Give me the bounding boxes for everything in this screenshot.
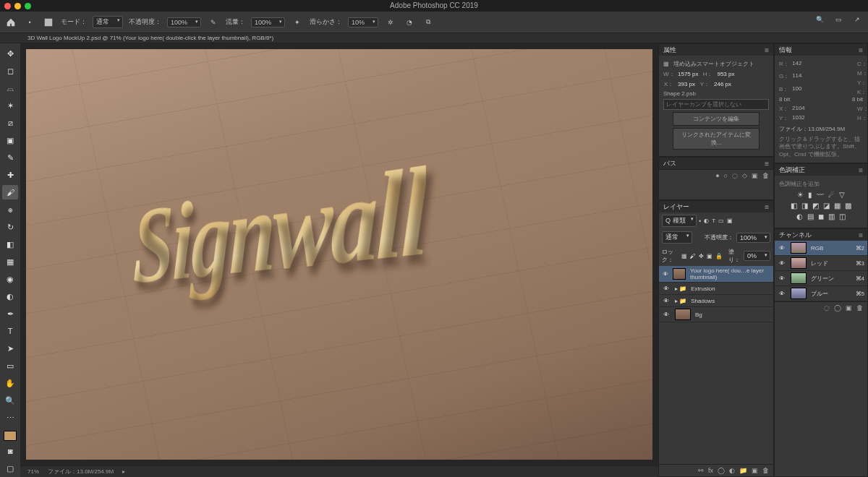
prop-x[interactable]: 393 px: [678, 81, 695, 87]
brush-preset-icon[interactable]: [42, 16, 55, 29]
adjust-title[interactable]: 色調補正: [779, 166, 805, 175]
zoom-readout[interactable]: 71%: [27, 468, 39, 475]
pressure-opacity-icon[interactable]: ✎: [207, 16, 220, 29]
filter-type-icon[interactable]: T: [712, 218, 715, 224]
visibility-icon[interactable]: 👁: [778, 244, 786, 252]
mode-dropdown[interactable]: 通常: [93, 16, 123, 28]
paths-stroke-icon[interactable]: ○: [724, 172, 728, 179]
selective-icon[interactable]: ◫: [839, 212, 846, 220]
gear-icon[interactable]: ✲: [384, 16, 397, 29]
eraser-tool[interactable]: ◧: [2, 237, 18, 252]
threshold-icon[interactable]: ◼: [818, 212, 824, 220]
frame-tool[interactable]: ▣: [2, 133, 18, 147]
filter-smart-icon[interactable]: ▣: [727, 218, 733, 224]
move-tool[interactable]: ✥: [2, 46, 18, 61]
panel-menu-icon[interactable]: ≡: [765, 46, 769, 54]
airbrush-icon[interactable]: ✦: [291, 16, 304, 29]
quick-mask-icon[interactable]: ◙: [2, 444, 18, 458]
properties-title[interactable]: 属性: [663, 46, 676, 55]
search-icon[interactable]: 🔍: [813, 13, 826, 26]
visibility-icon[interactable]: 👁: [778, 289, 786, 298]
lock-pos-icon[interactable]: ✥: [699, 253, 704, 259]
paths-title[interactable]: パス: [663, 159, 676, 168]
channel-row[interactable]: 👁グリーン⌘4: [775, 271, 867, 286]
layer-name[interactable]: Bg: [695, 311, 702, 318]
photo-filter-icon[interactable]: ◪: [823, 202, 830, 210]
channel-sel-icon[interactable]: ◌: [824, 304, 830, 311]
group-icon[interactable]: 📁: [739, 467, 747, 474]
layer-row[interactable]: 👁▸ 📁 Extrusion: [659, 283, 773, 295]
opacity-dropdown[interactable]: 100%: [167, 17, 201, 27]
visibility-icon[interactable]: 👁: [662, 310, 671, 319]
type-tool[interactable]: T: [2, 324, 18, 338]
trash-icon[interactable]: 🗑: [762, 467, 769, 474]
visibility-icon[interactable]: 👁: [778, 274, 786, 283]
document-canvas[interactable]: Signwall: [26, 49, 652, 460]
edit-toolbar[interactable]: ⋯: [2, 411, 18, 425]
zoom-tool[interactable]: 🔍: [2, 393, 18, 408]
curves-icon[interactable]: 〰: [817, 191, 824, 199]
channel-row[interactable]: 👁ブルー⌘5: [775, 286, 867, 301]
brush-thumb-icon[interactable]: •: [23, 16, 36, 29]
smooth-dropdown[interactable]: 10%: [348, 17, 378, 27]
lock-nest-icon[interactable]: ▣: [707, 253, 712, 259]
lasso-tool[interactable]: ⌓: [2, 81, 18, 95]
layer-row[interactable]: 👁▸ 📁 Shadows: [659, 295, 773, 307]
layer-filter-dropdown[interactable]: Q 種類: [662, 215, 697, 227]
channel-mask-icon[interactable]: ◯: [834, 304, 841, 311]
layer-thumb[interactable]: [675, 309, 691, 320]
link-layers-icon[interactable]: ⚯: [698, 467, 704, 474]
pressure-size-icon[interactable]: ◔: [403, 16, 416, 29]
poster-icon[interactable]: ▤: [807, 212, 814, 220]
mask-icon[interactable]: ◯: [718, 467, 725, 474]
shape-tool[interactable]: ▭: [2, 358, 18, 373]
channels-title[interactable]: チャンネル: [779, 231, 812, 240]
dodge-tool[interactable]: ◐: [2, 289, 18, 304]
adjustment-layer-icon[interactable]: ◐: [729, 467, 735, 474]
bw-icon[interactable]: ◩: [812, 202, 819, 210]
lock-pixel-icon[interactable]: 🖌: [690, 253, 696, 259]
layer-row[interactable]: 👁 Your logo here( dou…e layer thumbnail): [659, 266, 773, 283]
layer-thumb[interactable]: [673, 268, 686, 280]
paths-fill-icon[interactable]: ●: [715, 172, 719, 179]
visibility-icon[interactable]: 👁: [662, 296, 671, 305]
blend-mode-dropdown[interactable]: 通常: [662, 231, 692, 244]
filter-pixel-icon[interactable]: ▪: [699, 218, 702, 224]
layers-title[interactable]: レイヤー: [663, 202, 689, 212]
panel-menu-icon[interactable]: ≡: [859, 231, 863, 239]
panel-menu-icon[interactable]: ≡: [765, 203, 769, 211]
layer-row[interactable]: 👁 Bg: [659, 307, 773, 322]
convert-linked-button[interactable]: リンクされたアイテムに変換...: [673, 128, 760, 150]
window-controls[interactable]: [4, 3, 31, 9]
paths-mask-icon[interactable]: ◇: [742, 172, 747, 179]
pen-tool[interactable]: ✒: [2, 306, 18, 321]
gradient-map-icon[interactable]: ▥: [828, 212, 835, 220]
levels-icon[interactable]: ▮: [808, 191, 812, 199]
prop-h[interactable]: 953 px: [717, 71, 734, 77]
paths-selection-icon[interactable]: ◌: [732, 172, 738, 179]
lookup-icon[interactable]: ▩: [845, 202, 851, 210]
doc-size-readout[interactable]: ファイル：13.0M/254.9M: [48, 468, 114, 476]
symmetry-icon[interactable]: ⧉: [422, 16, 435, 29]
layercomp-select[interactable]: レイヤーカンプを選択しない: [663, 99, 769, 110]
workspace-icon[interactable]: ▭: [832, 13, 845, 26]
folder-icon[interactable]: ▸ 📁: [675, 285, 686, 292]
info-title[interactable]: 情報: [779, 46, 792, 55]
panel-menu-icon[interactable]: ≡: [859, 46, 863, 54]
new-layer-icon[interactable]: ▣: [752, 467, 758, 474]
document-tab[interactable]: 3D Wall Logo MockUp 2.psd @ 71% (Your lo…: [22, 35, 279, 41]
history-brush-tool[interactable]: ↻: [2, 220, 18, 234]
filter-shape-icon[interactable]: ▭: [718, 218, 724, 224]
hand-tool[interactable]: ✋: [2, 376, 18, 390]
color-swatches[interactable]: [4, 431, 17, 441]
layer-fill[interactable]: 0%: [744, 251, 770, 261]
brightness-icon[interactable]: ☀: [797, 191, 804, 199]
layer-name[interactable]: Shadows: [691, 298, 715, 304]
share-icon[interactable]: ↗: [851, 13, 864, 26]
heal-tool[interactable]: ✚: [2, 168, 18, 182]
blur-tool[interactable]: ◉: [2, 272, 18, 286]
quick-select-tool[interactable]: ✶: [2, 98, 18, 113]
flow-dropdown[interactable]: 100%: [251, 17, 285, 27]
lock-trans-icon[interactable]: ▦: [681, 253, 687, 259]
path-select-tool[interactable]: ➤: [2, 341, 18, 356]
